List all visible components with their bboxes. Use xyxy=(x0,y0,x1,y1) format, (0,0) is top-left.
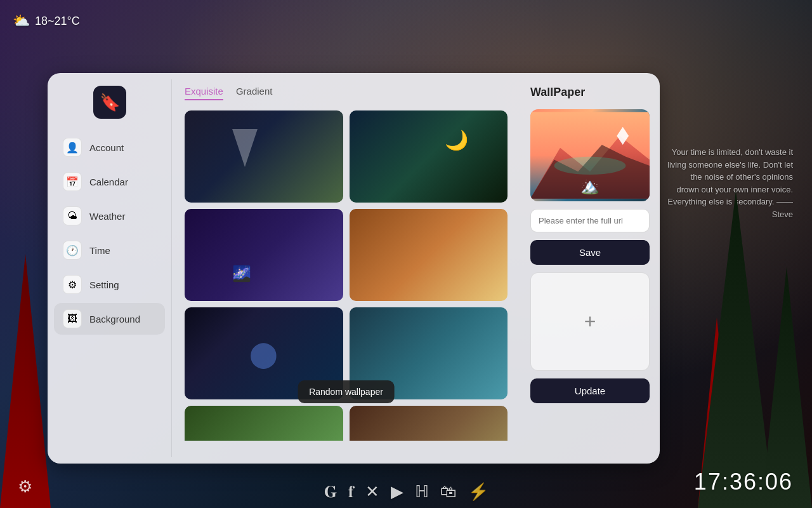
logo-icon: 🔖 xyxy=(100,93,120,112)
taskbar-bolt-icon[interactable]: ⚡ xyxy=(468,482,488,502)
sidebar-item-account[interactable]: 👤 Account xyxy=(54,131,165,163)
tab-gradient[interactable]: Gradient xyxy=(236,86,273,100)
desktop-quote: Your time is limited, don't waste it liv… xyxy=(666,146,793,220)
wallpaper-4[interactable] xyxy=(350,209,508,301)
taskbar-twitter-icon[interactable]: ✕ xyxy=(365,482,379,502)
wallpaper-7[interactable] xyxy=(185,406,343,441)
account-label: Account xyxy=(89,142,124,153)
main-panel: 🔖 👤 Account 📅 Calendar 🌤 Weather 🕐 Time … xyxy=(48,73,660,464)
setting-label: Setting xyxy=(89,279,119,290)
svg-point-4 xyxy=(554,157,626,175)
weather-nav-icon: 🌤 xyxy=(63,206,82,225)
wallpaper-3[interactable] xyxy=(185,209,343,301)
wallpaper-5[interactable] xyxy=(185,307,343,399)
settings-gear-icon[interactable]: ⚙ xyxy=(18,477,32,497)
right-panel: WallPaper xyxy=(520,73,660,464)
taskbar: 𝐆 𝐟 ✕ ▶ ℍ 🛍 ⚡ xyxy=(324,482,488,502)
sidebar-item-background[interactable]: 🖼 Background xyxy=(54,303,165,335)
account-icon: 👤 xyxy=(63,138,82,157)
add-more-icon: + xyxy=(584,310,596,333)
desktop-clock: 17:36:06 xyxy=(694,469,793,495)
sidebar-item-time[interactable]: 🕐 Time xyxy=(54,234,165,266)
taskbar-notion-icon[interactable]: ℍ xyxy=(415,482,429,502)
weather-icon: ⛅ xyxy=(13,13,30,29)
weather-widget: ⛅ 18~21°C xyxy=(13,13,80,29)
app-logo: 🔖 xyxy=(93,86,126,119)
calendar-icon: 📅 xyxy=(63,172,82,191)
add-more-button[interactable]: + xyxy=(530,272,650,371)
taskbar-cart-icon[interactable]: 🛍 xyxy=(440,482,457,502)
preview-svg xyxy=(530,109,650,201)
calendar-label: Calendar xyxy=(89,177,128,187)
weather-label: Weather xyxy=(89,211,125,222)
background-label: Background xyxy=(89,314,140,324)
content-area: Exquisite Gradient Random wallpaper xyxy=(172,73,520,464)
sidebar: 🔖 👤 Account 📅 Calendar 🌤 Weather 🕐 Time … xyxy=(48,73,171,464)
sidebar-item-setting[interactable]: ⚙ Setting xyxy=(54,269,165,300)
sidebar-item-calendar[interactable]: 📅 Calendar xyxy=(54,166,165,197)
tab-bar: Exquisite Gradient xyxy=(185,86,508,100)
setting-icon: ⚙ xyxy=(63,275,82,294)
wallpaper-6[interactable] xyxy=(350,307,508,399)
time-label: Time xyxy=(89,245,110,256)
taskbar-youtube-icon[interactable]: ▶ xyxy=(391,482,403,502)
weather-temperature: 18~21°C xyxy=(35,15,80,28)
wallpaper-8[interactable] xyxy=(350,406,508,441)
wallpaper-1[interactable] xyxy=(185,110,343,203)
taskbar-facebook-icon[interactable]: 𝐟 xyxy=(348,482,354,502)
wallpaper-panel-title: WallPaper xyxy=(530,86,650,99)
save-button[interactable]: Save xyxy=(530,240,650,265)
url-input[interactable] xyxy=(530,209,650,232)
sidebar-item-weather[interactable]: 🌤 Weather xyxy=(54,200,165,232)
wallpaper-2[interactable] xyxy=(350,110,508,203)
wallpaper-grid xyxy=(185,110,508,441)
wallpaper-preview[interactable] xyxy=(530,109,650,201)
time-icon: 🕐 xyxy=(63,241,82,260)
background-icon: 🖼 xyxy=(63,309,82,328)
update-button[interactable]: Update xyxy=(530,378,650,403)
taskbar-google-icon[interactable]: 𝐆 xyxy=(324,482,337,502)
tab-exquisite[interactable]: Exquisite xyxy=(185,86,223,100)
